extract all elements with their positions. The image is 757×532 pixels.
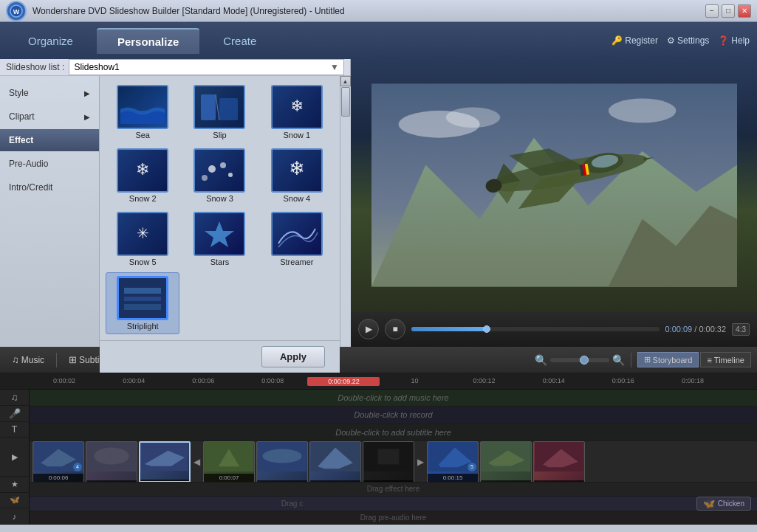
tab-create[interactable]: Create: [202, 29, 277, 53]
svg-point-45: [262, 449, 301, 463]
preaudio-track[interactable]: Drag pre-audio here: [30, 511, 757, 525]
video-thumb-7[interactable]: [363, 441, 414, 483]
effect-slip[interactable]: Slip: [182, 82, 256, 142]
help-icon: ❓: [718, 35, 729, 46]
slideshow-list-label: Slideshow list :: [6, 62, 64, 72]
effect-snow1-label: Snow 1: [283, 131, 310, 139]
svg-point-22: [445, 108, 499, 128]
gear-icon: ⚙: [667, 35, 675, 46]
svg-rect-2: [201, 94, 216, 120]
butterfly-chip[interactable]: 🦋 Chicken: [696, 497, 751, 511]
svg-text:❄: ❄: [136, 160, 149, 179]
nav-bar: Organize Personalize Create 🔑 Register ⚙…: [0, 22, 757, 59]
play-button[interactable]: ▶: [358, 319, 379, 339]
slideshow-dropdown[interactable]: Slideshow1 ▼: [69, 59, 344, 75]
music-track[interactable]: Double-click to add music here: [30, 390, 757, 407]
preview-svg: [371, 72, 737, 299]
zoom-handle[interactable]: [580, 356, 589, 365]
progress-handle[interactable]: [483, 325, 490, 333]
sidebar-item-preaudio[interactable]: Pre-Audio: [0, 153, 99, 175]
scroll-track[interactable]: [340, 86, 351, 348]
sidebar-item-introcredit-label: Intro/Credit: [9, 182, 52, 193]
svg-rect-17: [124, 304, 161, 310]
dropdown-arrow-icon: ▼: [330, 62, 339, 72]
minimize-button[interactable]: −: [705, 4, 719, 18]
close-button[interactable]: ✕: [738, 4, 751, 18]
maximize-button[interactable]: □: [722, 4, 735, 18]
tab-personalize[interactable]: Personalize: [97, 28, 199, 54]
effect-stars[interactable]: Stars: [182, 209, 256, 269]
view-toggle: ⊞ Storyboard ≡ Timeline: [637, 352, 751, 367]
effects-scrollbar[interactable]: ▲ ▼: [340, 76, 350, 373]
music-button[interactable]: ♫ Music: [6, 352, 50, 367]
effect-striplight[interactable]: Striplight: [106, 272, 179, 334]
effect-streamer[interactable]: Streamer: [260, 209, 334, 269]
zoom-slider[interactable]: [550, 358, 609, 362]
sidebar-item-style-label: Style: [9, 88, 29, 98]
thumb-nav-arrow-right[interactable]: ▶: [416, 457, 425, 467]
video-thumb-8[interactable]: 5 0:00:15: [427, 441, 479, 483]
window-controls: − □ ✕: [705, 4, 751, 18]
effect-slip-label: Slip: [213, 131, 226, 139]
sidebar-item-clipart[interactable]: Clipart ▶: [0, 106, 99, 128]
effect-snow1[interactable]: ❄ Snow 1: [260, 82, 334, 142]
effect-track[interactable]: Drag effect here: [30, 483, 757, 496]
storyboard-view-button[interactable]: ⊞ Storyboard: [637, 352, 699, 367]
video-track[interactable]: 4 0:00:06: [30, 441, 757, 483]
svg-point-8: [220, 162, 226, 168]
subtitle-track[interactable]: Double-click to add subtitle here: [30, 424, 757, 441]
thumb-label-7: [363, 480, 414, 482]
svg-rect-49: [378, 449, 400, 464]
sidebar-item-style[interactable]: Style ▶: [0, 82, 99, 104]
help-action[interactable]: ❓ Help: [718, 35, 750, 46]
ruler-mark-2: 0:00:06: [168, 377, 238, 386]
video-thumb-4[interactable]: 0:00:07: [203, 441, 255, 483]
svg-text:❄: ❄: [289, 157, 305, 179]
thumb-nav-arrow[interactable]: ◀: [192, 457, 202, 467]
track-label-voice: 🎤: [0, 406, 29, 422]
svg-rect-3: [219, 98, 238, 120]
svg-text:❄: ❄: [290, 97, 304, 115]
timeline-view-button[interactable]: ≡ Timeline: [700, 352, 751, 367]
effect-snow2[interactable]: ❄ Snow 2: [106, 145, 179, 206]
ruler-mark-1: 0:00:04: [99, 377, 168, 386]
tab-organize[interactable]: Organize: [7, 29, 94, 53]
video-thumb-2[interactable]: [139, 441, 191, 483]
settings-action[interactable]: ⚙ Settings: [667, 35, 709, 46]
video-thumb-10[interactable]: [533, 441, 585, 483]
scroll-thumb[interactable]: [341, 87, 350, 117]
svg-point-9: [228, 173, 233, 177]
video-thumb-6[interactable]: [309, 441, 361, 483]
ruler-mark-7: 0:00:14: [519, 377, 589, 386]
effect-thumb-slip: [193, 85, 245, 129]
thumb-label-0: 0:00:06: [33, 474, 83, 482]
video-thumb-5[interactable]: [256, 441, 308, 483]
progress-bar[interactable]: [411, 327, 660, 331]
stop-button[interactable]: ■: [385, 319, 405, 339]
sidebar-item-effect[interactable]: Effect: [0, 129, 99, 151]
effect-snow5[interactable]: ✳ Snow 5: [106, 209, 179, 269]
apply-button[interactable]: Apply: [261, 346, 325, 367]
effect-thumb-sea: [117, 85, 168, 129]
effect-thumb-streamer: [271, 212, 323, 256]
effect-snow3[interactable]: Snow 3: [182, 145, 256, 206]
effect-sea[interactable]: Sea: [106, 82, 179, 142]
effect-snow5-label: Snow 5: [129, 258, 157, 266]
bottom-area: ♫ Music ⊞ Subtitle 🎤 Voice Over ✏ Edit 🗑…: [0, 347, 757, 525]
video-thumb-0[interactable]: 4 0:00:06: [32, 441, 84, 483]
scroll-up-button[interactable]: ▲: [340, 76, 351, 86]
effect-snow4[interactable]: ❄ Snow 4: [260, 145, 334, 206]
video-thumb-9[interactable]: [480, 441, 532, 483]
chevron-right-icon: ▶: [84, 89, 90, 97]
clip-placeholder-text: Drag c: [35, 500, 549, 508]
sidebar-item-introcredit[interactable]: Intro/Credit: [0, 176, 99, 198]
zoom-in-icon[interactable]: 🔍: [612, 354, 625, 366]
video-thumb-1[interactable]: [86, 441, 137, 483]
time-current: 0:00:09: [665, 325, 693, 334]
sidebar-item-clipart-label: Clipart: [9, 111, 35, 122]
clip-track[interactable]: Drag c 🦋 Chicken: [30, 497, 757, 511]
ruler-mark-3: 0:00:08: [238, 377, 307, 386]
register-action[interactable]: 🔑 Register: [612, 35, 658, 46]
zoom-out-icon[interactable]: 🔍: [535, 354, 547, 366]
voice-track[interactable]: Double-click to record: [30, 407, 757, 424]
